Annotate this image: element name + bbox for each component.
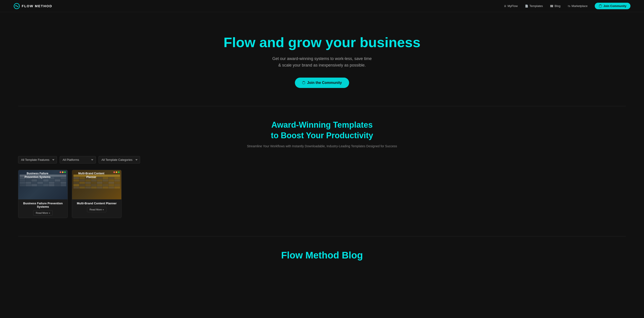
hero-title: Flow and grow your business [224,35,420,50]
hero-subtitle: Get our award-winning systems to work-le… [272,55,372,69]
card-title-2: Multi-Brand Content Planner [75,202,119,205]
dot-red-1 [60,171,61,173]
card-overlay-label-1: Business Failure Prevention Systems [20,172,54,179]
template-card-1[interactable]: /* rows filled by inline styles */ [18,170,68,218]
logo[interactable]: FLOW METHOD [14,3,52,9]
card-read-more-1[interactable]: Read More » [33,210,53,216]
templates-title: Award-Winning Templates to Boost Your Pr… [18,120,626,141]
hero-join-community-button[interactable]: Join the Community [295,78,349,88]
card-body-2: Multi-Brand Content Planner Read More » [72,199,121,214]
nav-links: 🖥 MyFlow 📄 Templates 📰 Blog 🛍 Marketplac… [504,3,630,9]
logo-icon [14,3,20,9]
dot-yellow-1 [62,171,64,173]
dot-green-2 [118,171,120,173]
blog-section: Flow Method Blog [0,236,644,270]
filters-row: All Template Features All Platforms All … [18,156,626,163]
template-cards-grid: /* rows filled by inline styles */ [18,170,626,218]
filter-features[interactable]: All Template Features [18,156,57,163]
navbar: FLOW METHOD 🖥 MyFlow 📄 Templates 📰 Blog … [0,0,644,12]
templates-subtitle: Streamline Your Workflows with Instantly… [18,144,626,148]
join-spinner-icon [599,4,602,8]
card-preview-1: /* rows filled by inline styles */ [18,170,68,199]
card-body-1: Business Failure Prevention Systems Read… [18,199,68,218]
card-preview-2: Multi-Brand Content Planner [72,170,121,199]
nav-myflow[interactable]: 🖥 MyFlow [504,4,518,8]
templates-icon: 📄 [525,4,528,8]
marketplace-icon: 🛍 [568,4,570,8]
card-overlay-label-2: Multi-Brand Content Planner [74,172,108,179]
card-dots-2 [114,171,120,173]
blog-icon: 📰 [550,4,554,8]
nav-templates[interactable]: 📄 Templates [525,4,543,8]
nav-marketplace[interactable]: 🛍 Marketplace [568,4,588,8]
hero-section: Flow and grow your business Get our awar… [0,12,644,106]
blog-title: Flow Method Blog [18,250,626,261]
dot-green-1 [64,171,66,173]
nav-blog[interactable]: 📰 Blog [550,4,560,8]
card-title-1: Business Failure Prevention Systems [21,202,65,208]
card-dots-1 [60,171,66,173]
hero-spinner-icon [302,81,305,84]
nav-join-community-button[interactable]: Join Community [595,3,630,9]
card-read-more-2[interactable]: Read More » [87,207,106,212]
template-card-2[interactable]: Multi-Brand Content Planner Multi-Brand … [72,170,122,218]
dot-red-2 [114,171,115,173]
dot-yellow-2 [116,171,117,173]
filter-platforms[interactable]: All Platforms [60,156,96,163]
myflow-icon: 🖥 [504,4,506,8]
templates-section: Award-Winning Templates to Boost Your Pr… [0,106,644,236]
logo-text: FLOW METHOD [22,4,52,8]
filter-categories[interactable]: All Template Categories [98,156,140,163]
